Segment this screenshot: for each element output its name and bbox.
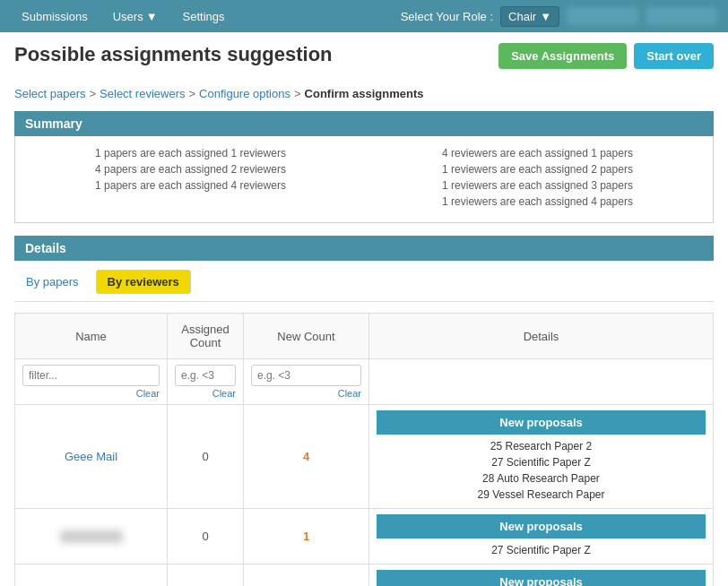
summary-section: Summary 1 papers are each assigned 1 rev… (14, 111, 714, 223)
new-count: 1 (244, 509, 369, 564)
summary-right-item-1: 1 reviewers are each assigned 2 papers (373, 163, 702, 176)
table-row: 01New proposals27 Scientific Paper Z (15, 509, 714, 564)
proposal-item: 27 Scientific Paper Z (377, 454, 706, 470)
role-label: Select Your Role : (401, 10, 493, 23)
summary-left-item-0: 1 papers are each assigned 1 reviewers (26, 147, 355, 159)
table-row: Geee Mail04New proposals25 Research Pape… (15, 405, 714, 509)
tab-by-reviewers[interactable]: By reviewers (96, 270, 191, 294)
proposal-item: 25 Research Paper 2 (377, 438, 706, 454)
summary-left-item-1: 4 papers are each assigned 2 reviewers (26, 163, 355, 176)
clear-name-filter[interactable]: Clear (22, 388, 160, 399)
proposals-header: New proposals (377, 570, 706, 586)
summary-right-item-0: 4 reviewers are each assigned 1 papers (373, 147, 702, 159)
breadcrumb-configure-options[interactable]: Configure options (199, 87, 290, 100)
assignments-table: Name Assigned Count New Count Details Cl… (14, 313, 714, 586)
nav-left: Submissions Users ▼ Settings (11, 3, 236, 30)
page-title: Possible assignments suggestion (14, 43, 333, 66)
summary-right: 4 reviewers are each assigned 1 papers 1… (373, 147, 702, 211)
proposal-item: 29 Vessel Research Paper (377, 487, 706, 503)
role-selector[interactable]: Chair ▼ (500, 6, 559, 27)
chevron-down-icon: ▼ (146, 10, 158, 23)
clear-assigned-filter[interactable]: Clear (175, 388, 236, 399)
role-value: Chair (508, 10, 536, 23)
top-actions: Save Assignments Start over (498, 43, 714, 69)
clear-new-filter[interactable]: Clear (251, 388, 361, 399)
details-cell: New proposals26 Research Paper Zero 1 (369, 564, 714, 587)
summary-left-item-2: 1 papers are each assigned 4 reviewers (26, 179, 355, 192)
start-over-button[interactable]: Start over (634, 43, 714, 69)
tab-by-papers[interactable]: By papers (14, 270, 91, 294)
details-cell: New proposals27 Scientific Paper Z (369, 509, 714, 564)
save-assignments-button[interactable]: Save Assignments (498, 43, 627, 69)
breadcrumb-select-reviewers[interactable]: Select reviewers (100, 87, 185, 100)
col-header-name: Name (15, 314, 168, 359)
summary-right-item-2: 1 reviewers are each assigned 3 papers (373, 179, 702, 192)
nav-settings[interactable]: Settings (172, 3, 236, 30)
breadcrumb-confirm-assignments: Confirm assignments (305, 87, 424, 100)
details-cell: New proposals25 Research Paper 227 Scien… (369, 405, 714, 509)
nav-users-label: Users (113, 10, 143, 23)
proposal-item: 28 Auto Research Paper (377, 470, 706, 487)
nav-users[interactable]: Users ▼ (102, 3, 169, 30)
navbar: Submissions Users ▼ Settings Select Your… (0, 0, 728, 32)
assigned-count: 0 (168, 509, 244, 564)
summary-header: Summary (14, 111, 714, 136)
chevron-down-icon: ▼ (540, 10, 551, 23)
summary-left: 1 papers are each assigned 1 reviewers 4… (26, 147, 355, 211)
user2-selector[interactable] (646, 7, 717, 25)
nav-right: Select Your Role : Chair ▼ (401, 6, 717, 27)
proposals-header: New proposals (377, 410, 706, 435)
table-row: Reviewer A01New proposals26 Research Pap… (15, 564, 714, 587)
filter-new-input[interactable] (251, 365, 361, 386)
filter-assigned-input[interactable] (175, 365, 236, 386)
details-tabs: By papers By reviewers (14, 261, 714, 302)
assigned-count: 0 (168, 405, 244, 509)
breadcrumb: Select papers > Select reviewers > Confi… (14, 87, 714, 100)
proposals-header: New proposals (377, 514, 706, 539)
col-header-new: New Count (244, 314, 369, 359)
new-count: 4 (244, 405, 369, 509)
proposal-item: 27 Scientific Paper Z (377, 542, 706, 558)
reviewer-name: Geee Mail (65, 450, 117, 463)
user1-selector[interactable] (567, 7, 638, 25)
col-header-assigned: Assigned Count (168, 314, 244, 359)
assigned-count: 0 (168, 564, 244, 587)
col-header-details: Details (369, 314, 714, 359)
page-content: Possible assignments suggestion Save Ass… (0, 32, 728, 586)
summary-right-item-3: 1 reviewers are each assigned 4 papers (373, 195, 702, 208)
details-section: Details By papers By reviewers Name Assi… (14, 236, 714, 586)
breadcrumb-select-papers[interactable]: Select papers (14, 87, 86, 100)
nav-submissions[interactable]: Submissions (11, 3, 99, 30)
filter-name-input[interactable] (22, 365, 160, 386)
details-header: Details (14, 236, 714, 261)
summary-content: 1 papers are each assigned 1 reviewers 4… (14, 136, 714, 223)
new-count: 1 (244, 564, 369, 587)
reviewer-name-blurred (60, 530, 123, 543)
